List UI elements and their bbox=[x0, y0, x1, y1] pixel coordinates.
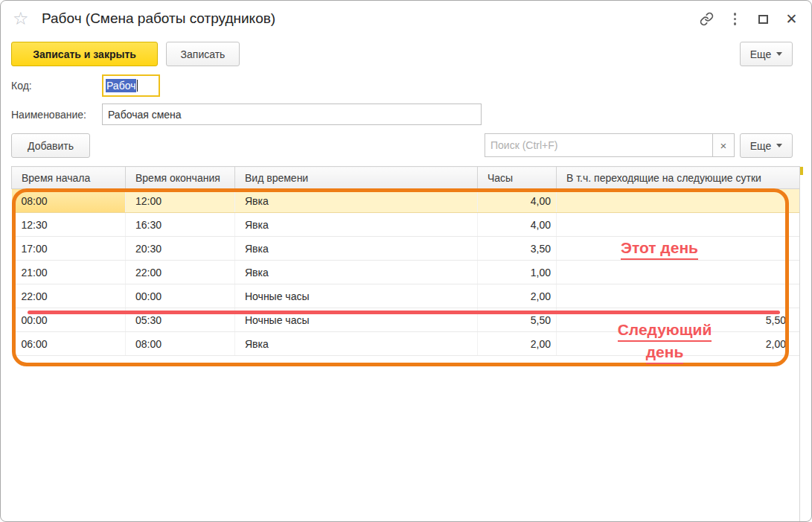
window-title: Рабоч (Смена работы сотрудников) bbox=[42, 10, 275, 27]
code-label: Код: bbox=[11, 80, 32, 92]
more-label: Еще bbox=[750, 48, 772, 60]
app-window: ☆ Рабоч (Смена работы сотрудников) ✕ Зап… bbox=[0, 0, 812, 522]
table-row: 21:00 22:00 Явка 1,00 bbox=[12, 261, 800, 284]
cell-next-day[interactable] bbox=[557, 261, 800, 284]
cell-end[interactable]: 20:30 bbox=[126, 237, 235, 261]
cell-kind[interactable]: Ночные часы bbox=[235, 308, 478, 332]
code-selected-text: Рабоч bbox=[106, 79, 136, 92]
add-button[interactable]: Добавить bbox=[11, 133, 90, 158]
table-row: 00:00 05:30 Ночные часы 5,50 5,50 bbox=[12, 308, 800, 332]
chevron-down-icon bbox=[776, 144, 782, 147]
scroll-indicator[interactable] bbox=[800, 167, 803, 175]
more-button-top[interactable]: Еще bbox=[740, 42, 793, 66]
cell-next-day[interactable] bbox=[557, 213, 800, 237]
cell-kind[interactable]: Явка bbox=[235, 189, 478, 213]
titlebar: ☆ Рабоч (Смена работы сотрудников) ✕ bbox=[1, 1, 811, 36]
close-icon[interactable]: ✕ bbox=[782, 10, 801, 28]
search-clear-button[interactable]: × bbox=[712, 133, 735, 157]
cell-hours[interactable]: 2,00 bbox=[478, 332, 557, 356]
cell-kind[interactable]: Явка bbox=[235, 332, 478, 356]
save-and-close-button[interactable]: Записать и закрыть bbox=[11, 42, 158, 66]
text-caret bbox=[137, 80, 138, 92]
more-button-table[interactable]: Еще bbox=[740, 133, 793, 158]
favorite-star-icon[interactable]: ☆ bbox=[13, 8, 29, 29]
cell-hours[interactable]: 4,00 bbox=[478, 189, 557, 213]
cell-start[interactable]: 08:00 bbox=[12, 189, 126, 213]
cell-next-day[interactable] bbox=[557, 284, 800, 308]
cell-hours[interactable]: 1,00 bbox=[478, 261, 557, 284]
cell-next-day[interactable]: 5,50 bbox=[557, 308, 800, 332]
cell-hours[interactable]: 4,00 bbox=[478, 213, 557, 237]
chevron-down-icon bbox=[776, 52, 782, 56]
table-row: 06:00 08:00 Явка 2,00 2,00 bbox=[12, 332, 800, 356]
cell-kind[interactable]: Явка bbox=[235, 213, 478, 237]
cell-end[interactable]: 08:00 bbox=[126, 332, 235, 356]
table-right-border bbox=[799, 166, 800, 521]
cell-end[interactable]: 12:00 bbox=[126, 189, 235, 213]
cell-start[interactable]: 06:00 bbox=[12, 332, 126, 356]
save-button[interactable]: Записать bbox=[166, 42, 240, 66]
name-label: Наименование: bbox=[11, 109, 86, 121]
cell-start[interactable]: 00:00 bbox=[12, 308, 126, 332]
cell-kind[interactable]: Ночные часы bbox=[235, 284, 478, 308]
cell-end[interactable]: 22:00 bbox=[126, 261, 235, 284]
cell-end[interactable]: 05:30 bbox=[126, 308, 235, 332]
column-header-kind[interactable]: Вид времени bbox=[235, 167, 478, 189]
shift-table: Время начала Время окончания Вид времени… bbox=[11, 166, 799, 356]
name-input[interactable] bbox=[102, 104, 482, 125]
table-row: 08:00 12:00 Явка 4,00 bbox=[12, 189, 800, 213]
cell-hours[interactable]: 5,50 bbox=[478, 308, 557, 332]
maximize-icon[interactable] bbox=[754, 10, 773, 28]
cell-start[interactable]: 22:00 bbox=[12, 284, 126, 308]
column-header-end[interactable]: Время окончания bbox=[126, 167, 235, 189]
cell-start[interactable]: 21:00 bbox=[12, 261, 126, 284]
table-row: 17:00 20:30 Явка 3,50 bbox=[12, 237, 800, 261]
cell-end[interactable]: 00:00 bbox=[126, 284, 235, 308]
cell-kind[interactable]: Явка bbox=[235, 261, 478, 284]
search-input[interactable] bbox=[485, 133, 713, 157]
link-icon[interactable] bbox=[697, 10, 716, 28]
cell-next-day[interactable] bbox=[557, 189, 800, 213]
column-header-start[interactable]: Время начала bbox=[12, 167, 126, 189]
code-input[interactable]: Рабоч bbox=[102, 74, 160, 97]
more-label: Еще bbox=[750, 140, 772, 152]
table-row: 22:00 00:00 Ночные часы 2,00 bbox=[12, 284, 800, 308]
cell-start[interactable]: 17:00 bbox=[12, 237, 126, 261]
cell-next-day[interactable]: 2,00 bbox=[557, 332, 800, 356]
column-header-next-day[interactable]: В т.ч. переходящие на следующие сутки bbox=[557, 167, 800, 189]
cell-hours[interactable]: 2,00 bbox=[478, 284, 557, 308]
table-header-row: Время начала Время окончания Вид времени… bbox=[12, 167, 800, 189]
cell-kind[interactable]: Явка bbox=[235, 237, 478, 261]
cell-start[interactable]: 12:30 bbox=[12, 213, 126, 237]
cell-next-day[interactable] bbox=[557, 237, 800, 261]
cell-end[interactable]: 16:30 bbox=[126, 213, 235, 237]
cell-hours[interactable]: 3,50 bbox=[478, 237, 557, 261]
column-header-hours[interactable]: Часы bbox=[478, 167, 557, 189]
kebab-menu-icon[interactable] bbox=[726, 10, 744, 28]
table-row: 12:30 16:30 Явка 4,00 bbox=[12, 213, 800, 237]
